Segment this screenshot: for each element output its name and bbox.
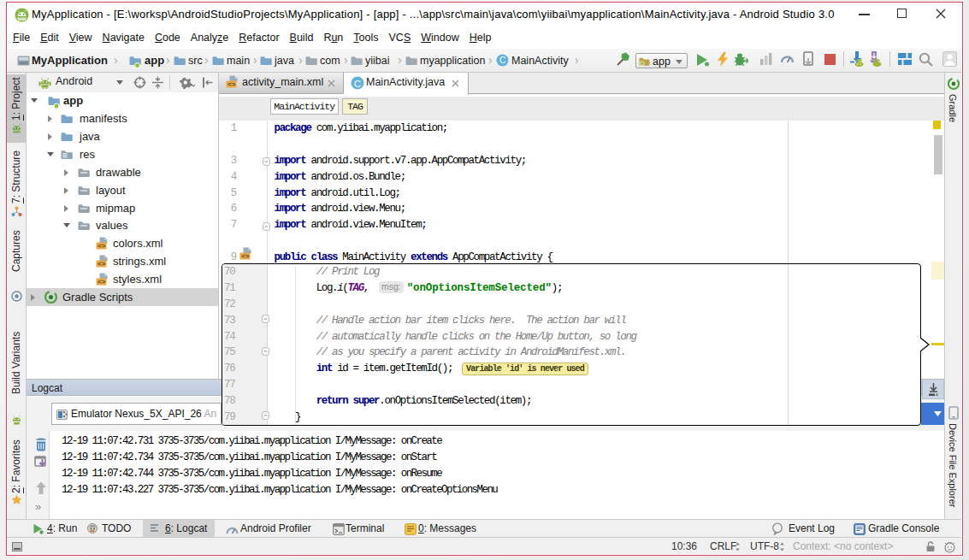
svg-text:C: C xyxy=(354,79,361,89)
svg-text:C: C xyxy=(499,56,505,65)
